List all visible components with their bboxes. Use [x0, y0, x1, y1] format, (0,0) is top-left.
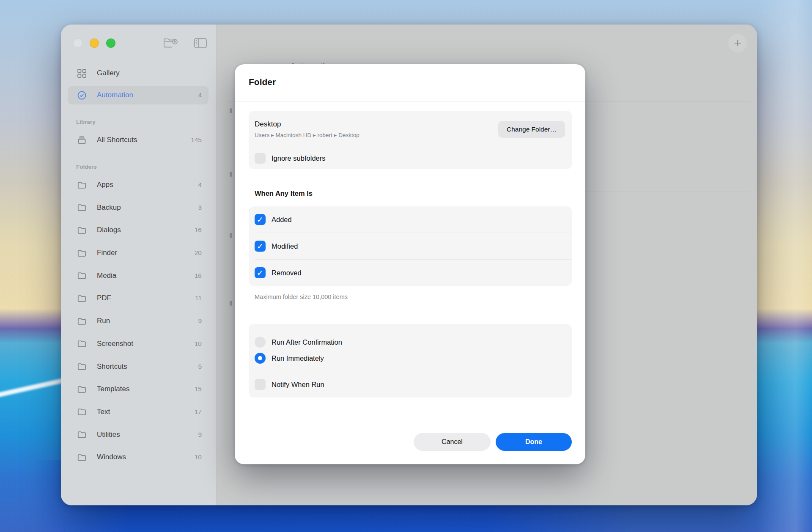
max-folder-size-note: Maximum folder size 10,000 items: [255, 293, 572, 301]
when-any-item-is-header: When Any Item Is: [255, 189, 572, 198]
checkbox-label: Removed: [272, 269, 302, 277]
all-shortcuts-icon: [77, 135, 87, 145]
sidebar-item-text[interactable]: Text 17: [68, 403, 208, 421]
notify-when-run-checkbox[interactable]: [255, 379, 266, 390]
sidebar-item-templates[interactable]: Templates 15: [68, 380, 208, 398]
sidebar-item-count: 3: [198, 204, 202, 211]
run-after-confirmation-row[interactable]: Run After Confirmation: [249, 334, 572, 350]
sidebar-item-count: 10: [195, 340, 202, 348]
sheet-header: Folder: [235, 64, 585, 102]
modified-checkbox[interactable]: [255, 241, 266, 252]
folder-icon: [77, 225, 87, 235]
ignore-subfolders-checkbox[interactable]: [255, 153, 266, 164]
sidebar-item-label: Media: [97, 271, 116, 280]
folder-icon: [77, 293, 87, 303]
sidebar-item-count: 9: [198, 317, 202, 325]
notify-when-run-row[interactable]: Notify When Run: [249, 371, 572, 398]
sidebar-item-count: 145: [191, 136, 202, 144]
sidebar-item-label: PDF: [97, 294, 111, 302]
sidebar-item-all-shortcuts[interactable]: All Shortcuts 145: [68, 131, 208, 149]
sidebar-item-backup[interactable]: Backup 3: [68, 198, 208, 217]
sidebar-item-windows[interactable]: Windows 10: [68, 448, 208, 466]
sidebar-item-count: 10: [195, 453, 202, 461]
modified-row[interactable]: Modified: [249, 233, 572, 259]
radio-label: Run After Confirmation: [272, 338, 342, 346]
traffic-lights: [73, 38, 115, 48]
run-immediately-row[interactable]: Run Immediately: [249, 350, 572, 366]
sidebar-item-pdf[interactable]: PDF 11: [68, 289, 208, 307]
sidebar-item-label: Screenshot: [97, 340, 133, 348]
sidebar-item-count: 16: [195, 226, 202, 234]
folder-name: Desktop: [255, 120, 359, 129]
dimmed-row-peek: [230, 108, 232, 113]
checkbox-label: Notify When Run: [272, 381, 324, 389]
sidebar-item-count: 9: [198, 431, 202, 439]
sidebar-item-label: Dialogs: [97, 226, 121, 234]
sidebar-item-count: 4: [198, 181, 202, 189]
sidebar-item-automation[interactable]: Automation 4: [68, 86, 208, 104]
sidebar-item-dialogs[interactable]: Dialogs 16: [68, 221, 208, 239]
sidebar-item-label: Finder: [97, 249, 117, 257]
run-immediately-radio[interactable]: [255, 353, 266, 364]
close-window-button[interactable]: [73, 38, 82, 48]
sidebar-item-count: 11: [195, 294, 202, 302]
add-automation-button[interactable]: +: [728, 34, 747, 52]
folder-icon: [77, 362, 87, 371]
folder-icon: [77, 407, 87, 417]
sidebar-item-count: 5: [198, 363, 202, 370]
sidebar-item-run[interactable]: Run 9: [68, 312, 208, 330]
sidebar-item-label: Backup: [97, 203, 121, 212]
sidebar-item-label: Templates: [97, 385, 129, 393]
dimmed-row-peek: [230, 172, 232, 177]
removed-row[interactable]: Removed: [249, 260, 572, 286]
sidebar-section-header-library: Library: [76, 119, 216, 126]
ignore-subfolders-row[interactable]: Ignore subfolders: [249, 147, 572, 169]
sidebar-item-label: Shortcuts: [97, 362, 127, 371]
change-folder-button[interactable]: Change Folder…: [498, 121, 565, 138]
sidebar-item-utilities[interactable]: Utilities 9: [68, 425, 208, 444]
sidebar-item-count: 15: [195, 385, 202, 393]
sidebar-item-gallery[interactable]: Gallery: [68, 64, 208, 82]
sidebar-item-label: Utilities: [97, 431, 120, 439]
sidebar-list: Gallery Automation 4 Library All Shortcu…: [61, 64, 216, 466]
folder-icon: [77, 180, 87, 190]
sidebar-item-label: Apps: [97, 181, 113, 189]
sidebar-section-header-folders: Folders: [76, 164, 216, 171]
run-options-group: Run After Confirmation Run Immediately N…: [249, 324, 572, 398]
checkbox-label: Ignore subfolders: [272, 154, 326, 162]
sidebar: Gallery Automation 4 Library All Shortcu…: [61, 25, 217, 505]
folder-icon: [77, 430, 87, 439]
cancel-button[interactable]: Cancel: [414, 433, 491, 451]
sidebar-item-shortcuts[interactable]: Shortcuts 5: [68, 357, 208, 376]
sheet-body: Desktop Users ▸ Macintosh HD ▸ robert ▸ …: [249, 102, 572, 398]
folder-icon: [77, 248, 87, 258]
sidebar-item-screenshot[interactable]: Screenshot 10: [68, 335, 208, 353]
dimmed-row-peek: [230, 301, 232, 306]
folder-icon: [77, 316, 87, 326]
folder-group: Desktop Users ▸ Macintosh HD ▸ robert ▸ …: [249, 111, 572, 169]
added-row[interactable]: Added: [249, 206, 572, 233]
zoom-window-button[interactable]: [106, 38, 115, 48]
folder-icon: [77, 384, 87, 394]
sidebar-item-label: Run: [97, 317, 110, 325]
toggle-sidebar-icon[interactable]: [192, 36, 208, 50]
sidebar-item-label: Automation: [97, 91, 133, 99]
run-after-confirmation-radio[interactable]: [255, 337, 266, 348]
removed-checkbox[interactable]: [255, 267, 266, 278]
sidebar-item-count: 17: [195, 408, 202, 416]
sidebar-item-apps[interactable]: Apps 4: [68, 176, 208, 194]
added-checkbox[interactable]: [255, 214, 266, 225]
wallpaper-right-glow: [757, 0, 812, 532]
folder-path: Users ▸ Macintosh HD ▸ robert ▸ Desktop: [255, 132, 359, 138]
folder-icon: [77, 203, 87, 212]
checkbox-label: Added: [272, 216, 292, 224]
folder-icon: [77, 339, 87, 348]
sheet-footer: Cancel Done: [235, 427, 585, 464]
done-button[interactable]: Done: [496, 433, 572, 451]
sidebar-item-label: All Shortcuts: [97, 136, 137, 144]
new-folder-icon[interactable]: [162, 36, 178, 50]
minimize-window-button[interactable]: [90, 38, 99, 48]
sheet-title: Folder: [249, 77, 276, 87]
sidebar-item-finder[interactable]: Finder 20: [68, 244, 208, 262]
sidebar-item-media[interactable]: Media 16: [68, 266, 208, 285]
